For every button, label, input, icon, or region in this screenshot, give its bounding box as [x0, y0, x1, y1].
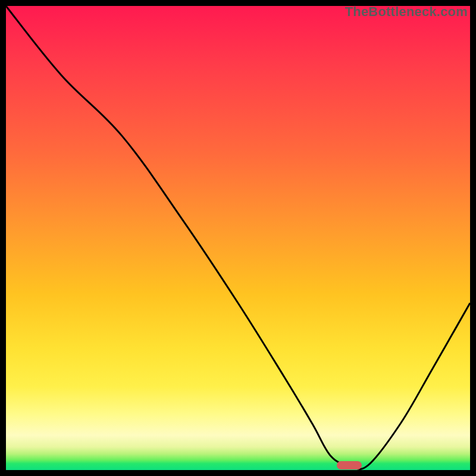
- bottleneck-curve: [6, 6, 470, 470]
- chart-frame: TheBottleneck.com: [0, 0, 476, 476]
- optimum-marker: [337, 461, 362, 469]
- bottleneck-curve-path: [6, 6, 470, 469]
- watermark-text: TheBottleneck.com: [345, 4, 468, 20]
